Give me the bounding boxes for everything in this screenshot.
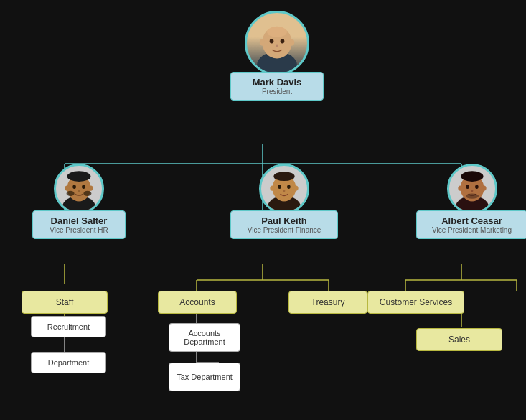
svg-point-56: [482, 185, 486, 190]
svg-point-42: [83, 191, 91, 196]
leaf-treasury: Treasury: [288, 291, 367, 314]
avatar-paul-keith: [259, 164, 309, 214]
node-paul-keith: Paul Keith Vice President Finance: [230, 164, 338, 239]
mark-davis-name: Mark Davis: [238, 77, 316, 88]
sub-leaf-tax-dept: Tax Department: [169, 363, 240, 391]
sub-leaf-department: Department: [31, 352, 106, 373]
svg-point-41: [67, 191, 75, 196]
svg-point-48: [278, 185, 281, 189]
mark-davis-box: Mark Davis President: [230, 72, 324, 101]
svg-point-46: [270, 185, 274, 190]
svg-point-55: [458, 185, 462, 190]
avatar-daniel-salter: [54, 164, 104, 214]
albert-ceasar-box: Albert Ceasar Vice President Marketing: [416, 210, 526, 239]
daniel-salter-title: Vice President HR: [40, 226, 118, 234]
avatar-albert-ceasar: [447, 164, 497, 214]
node-albert-ceasar: Albert Ceasar Vice President Marketing: [416, 164, 526, 239]
svg-point-38: [82, 185, 85, 189]
leaf-customer-services: Customer Services: [367, 291, 464, 314]
svg-point-51: [273, 172, 294, 181]
svg-point-36: [88, 185, 93, 190]
svg-point-58: [475, 185, 479, 189]
avatar-mark-davis: [245, 11, 309, 75]
node-mark-davis: Mark Davis President: [230, 11, 324, 101]
svg-point-39: [78, 190, 80, 192]
svg-point-40: [67, 171, 91, 182]
svg-point-61: [465, 193, 478, 198]
svg-point-49: [287, 185, 291, 189]
svg-point-35: [65, 185, 69, 190]
svg-point-30: [276, 44, 278, 47]
node-daniel-salter: Daniel Salter Vice President HR: [32, 164, 126, 239]
svg-point-50: [283, 190, 286, 192]
svg-point-31: [267, 27, 287, 37]
paul-keith-name: Paul Keith: [238, 215, 330, 226]
mark-davis-title: President: [238, 88, 316, 95]
leaf-accounts: Accounts: [158, 291, 237, 314]
org-chart: Mark Davis President Daniel: [0, 0, 526, 420]
daniel-salter-box: Daniel Salter Vice President HR: [32, 210, 126, 239]
svg-point-60: [461, 171, 483, 182]
sub-leaf-accounts-dept: Accounts Department: [169, 323, 240, 352]
svg-point-26: [260, 39, 265, 45]
svg-point-59: [471, 190, 473, 192]
svg-point-27: [289, 39, 294, 45]
svg-point-57: [466, 185, 469, 189]
albert-ceasar-name: Albert Ceasar: [424, 215, 520, 226]
svg-point-28: [270, 39, 274, 44]
leaf-staff: Staff: [22, 291, 108, 314]
sub-leaf-recruitment: Recruitment: [31, 316, 106, 337]
albert-ceasar-title: Vice President Marketing: [424, 226, 520, 234]
leaf-sales: Sales: [416, 328, 502, 351]
daniel-salter-name: Daniel Salter: [40, 215, 118, 226]
svg-point-29: [281, 39, 285, 44]
paul-keith-title: Vice President Finance: [238, 226, 330, 234]
svg-point-47: [293, 185, 298, 190]
paul-keith-box: Paul Keith Vice President Finance: [230, 210, 338, 239]
svg-point-37: [72, 185, 76, 189]
